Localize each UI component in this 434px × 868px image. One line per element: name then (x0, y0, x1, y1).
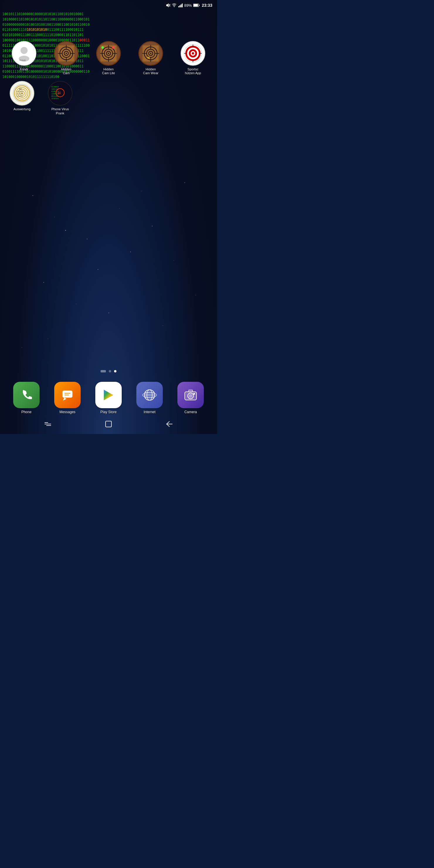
svg-text:50: 50 (19, 88, 22, 90)
wifi-icon (172, 3, 177, 8)
dock-playstore[interactable]: Play Store (92, 382, 125, 414)
svg-rect-9 (193, 4, 198, 6)
svg-marker-0 (166, 3, 168, 7)
svg-point-34 (112, 46, 114, 49)
battery-text: 89% (184, 3, 192, 8)
home-button[interactable] (104, 420, 113, 428)
sports-icon (181, 41, 205, 66)
hidden-cam-icon (54, 41, 79, 66)
phone-virus-label: Phone VirusPrank (51, 107, 69, 115)
svg-rect-6 (181, 4, 182, 7)
svg-text:☠: ☠ (57, 90, 61, 95)
svg-marker-80 (104, 390, 113, 400)
app-row-2: 50 0100100 0110100 0100001 Auswertung 01… (3, 81, 214, 115)
dock-phone[interactable]: Phone (10, 382, 42, 414)
nav-bar (0, 414, 217, 434)
status-icons: 89% 23:33 (166, 3, 212, 8)
recent-apps-button[interactable] (44, 421, 52, 427)
svg-rect-7 (182, 3, 183, 7)
svg-point-90 (193, 393, 195, 395)
svg-text:0100100: 0100100 (17, 91, 23, 92)
app-phone-virus[interactable]: 0110010 1001101 0100110 1100010 0011001 … (44, 81, 76, 115)
svg-text:Frindr: Frindr (20, 59, 26, 62)
app-frindr[interactable]: Frindr Frindr (8, 41, 40, 71)
auswertung-icon: 50 0100100 0110100 0100001 (10, 81, 34, 105)
nav-dot-active (114, 370, 116, 372)
svg-point-29 (108, 53, 109, 54)
svg-rect-76 (62, 391, 72, 398)
frindr-label: Frindr (20, 67, 28, 71)
app-hidden-cam-wear[interactable]: W HiddenCam Wear (134, 41, 167, 75)
dock: Phone Messages (0, 382, 217, 414)
phone-dock-icon (13, 382, 39, 408)
nav-dot-lines (101, 370, 106, 372)
playstore-dock-label: Play Store (100, 410, 116, 414)
hidden-cam-wear-label: HiddenCam Wear (143, 67, 158, 75)
back-button[interactable] (165, 421, 173, 427)
svg-rect-10 (199, 5, 200, 6)
svg-point-3 (174, 6, 175, 7)
camera-dock-label: Camera (184, 410, 197, 414)
frindr-icon: Frindr (12, 41, 36, 66)
hidden-cam-lite-icon (96, 41, 121, 66)
app-row-1: Frindr Frindr (3, 41, 214, 75)
svg-point-35 (101, 46, 104, 49)
hidden-cam-label: HiddenCam (61, 67, 71, 75)
internet-dock-icon (136, 382, 163, 408)
app-sports[interactable]: Sportschützen App (177, 41, 209, 75)
auswertung-label: Auswertung (13, 107, 31, 111)
playstore-dock-icon (95, 382, 122, 408)
messages-dock-icon (54, 382, 81, 408)
app-hidden-cam[interactable]: HiddenCam (50, 41, 83, 75)
svg-point-41 (150, 53, 151, 54)
camera-dock-icon (178, 382, 204, 408)
signal-icon (178, 3, 183, 7)
dock-internet[interactable]: Internet (133, 382, 166, 414)
svg-text:0100001: 0100001 (17, 95, 23, 97)
svg-rect-5 (180, 5, 180, 7)
messages-dock-label: Messages (60, 410, 76, 414)
battery-icon (193, 3, 200, 7)
dock-camera[interactable]: Camera (175, 382, 207, 414)
dock-messages[interactable]: Messages (51, 382, 84, 414)
nav-dots (0, 370, 217, 372)
svg-rect-94 (105, 421, 112, 427)
sports-label: Sportschützen App (185, 67, 201, 75)
svg-text:0110100: 0110100 (17, 93, 23, 95)
internet-dock-label: Internet (144, 410, 156, 414)
svg-point-52 (192, 52, 194, 55)
svg-point-19 (66, 53, 67, 54)
phone-virus-icon: 0110010 1001101 0100110 1100010 0011001 … (48, 81, 72, 105)
phone-dock-label: Phone (22, 410, 32, 414)
svg-text:W: W (147, 56, 150, 59)
svg-marker-77 (63, 398, 67, 401)
svg-text:1010101: 1010101 (51, 97, 59, 99)
svg-text:0110010: 0110010 (51, 86, 59, 88)
nav-dot-inactive (109, 370, 111, 372)
app-auswertung[interactable]: 50 0100100 0110100 0100001 Auswertung (6, 81, 38, 111)
time-display: 23:33 (202, 3, 212, 8)
hidden-cam-wear-icon: W (138, 41, 163, 66)
svg-point-11 (21, 47, 28, 54)
mute-icon (166, 3, 170, 8)
svg-rect-4 (178, 6, 179, 7)
status-bar: 89% 23:33 (0, 0, 217, 10)
app-hidden-cam-lite[interactable]: HiddenCam Lite (92, 41, 125, 75)
svg-point-89 (189, 394, 192, 398)
hidden-cam-lite-label: HiddenCam Lite (102, 67, 115, 75)
app-grid: Frindr Frindr (0, 41, 217, 121)
